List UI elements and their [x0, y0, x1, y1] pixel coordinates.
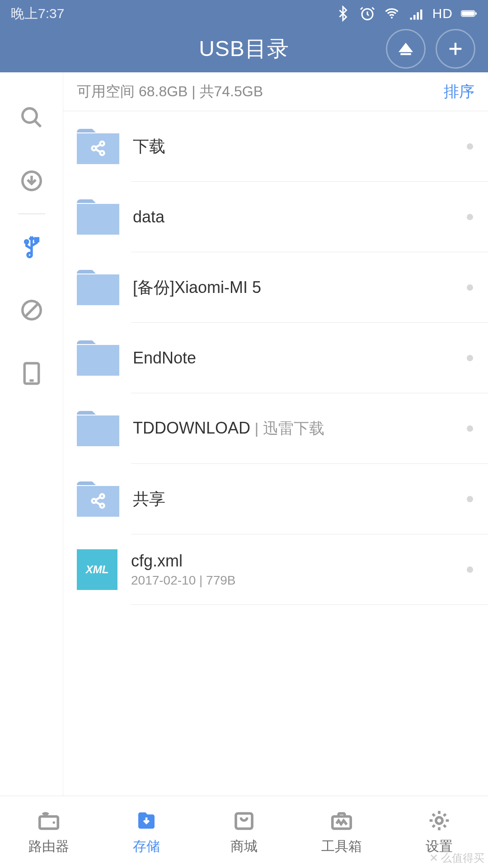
router-icon [37, 808, 61, 833]
svg-point-8 [22, 108, 37, 123]
svg-line-26 [96, 502, 100, 505]
dot-icon [467, 214, 473, 220]
storage-summary: 可用空间 68.8GB | 共74.5GB [77, 82, 263, 102]
nav-label: 路由器 [28, 837, 69, 856]
dot-icon [467, 496, 473, 502]
dot-icon [467, 566, 473, 573]
sidebar [0, 72, 63, 796]
nav-item-store[interactable]: 商城 [195, 796, 293, 868]
nav-label: 工具箱 [321, 837, 362, 856]
sidebar-item-download[interactable] [0, 149, 63, 212]
folder-icon [77, 199, 119, 235]
svg-point-31 [436, 817, 442, 824]
hd-indicator: HD [432, 6, 453, 21]
nav-label: 存储 [133, 837, 160, 856]
nav-item-toolbox[interactable]: 工具箱 [293, 796, 390, 868]
svg-point-24 [100, 504, 104, 508]
bottom-nav: 路由器 存储 商城 工具箱 设置 ✕么值得买 [0, 796, 488, 868]
wifi-icon [384, 5, 400, 22]
svg-point-19 [100, 151, 104, 155]
svg-rect-27 [40, 816, 58, 829]
alarm-icon [359, 5, 375, 22]
nav-label: 商城 [230, 837, 258, 856]
nav-item-router[interactable]: 路由器 [0, 796, 98, 868]
tablet-icon [19, 361, 44, 386]
plus-icon [446, 40, 465, 58]
sidebar-item-usb[interactable] [0, 215, 63, 278]
status-bar: 晚上7:37 HD [0, 0, 488, 27]
signal-icon [408, 5, 424, 22]
bluetooth-icon [335, 5, 351, 22]
row-more-button[interactable] [452, 566, 488, 573]
usb-icon [19, 235, 44, 259]
row-more-button[interactable] [452, 143, 488, 150]
svg-line-20 [96, 145, 100, 147]
store-icon [232, 808, 256, 833]
status-indicators: HD [335, 5, 477, 22]
search-icon [19, 105, 44, 130]
no-symbol-icon [19, 298, 44, 322]
svg-point-11 [25, 241, 28, 243]
file-name: data [133, 208, 452, 226]
file-name: [备份]Xiaomi-MI 5 [133, 277, 452, 299]
dot-icon [467, 143, 473, 150]
folder-icon [77, 411, 119, 446]
nav-item-storage[interactable]: 存储 [98, 796, 195, 868]
eject-icon [397, 40, 415, 58]
file-row-cfg-xml[interactable]: XML cfg.xml 2017-02-10 | 779B [63, 534, 488, 605]
add-button[interactable] [436, 29, 475, 69]
sidebar-item-device[interactable] [0, 342, 63, 405]
svg-point-1 [391, 17, 393, 19]
app-header: USB目录 [0, 27, 488, 72]
file-name: 下载 [133, 136, 452, 158]
svg-line-9 [34, 121, 41, 127]
folder-share-icon [77, 129, 119, 164]
row-more-button[interactable] [452, 355, 488, 361]
folder-row-shared[interactable]: 共享 [63, 464, 488, 534]
content-area: 可用空间 68.8GB | 共74.5GB 排序 下载 data [63, 72, 488, 796]
eject-button[interactable] [386, 29, 426, 69]
folder-row-downloads[interactable]: 下载 [63, 111, 488, 182]
row-more-button[interactable] [452, 284, 488, 291]
battery-icon [461, 5, 477, 22]
storage-icon [134, 808, 159, 833]
folder-row-backup[interactable]: [备份]Xiaomi-MI 5 [63, 252, 488, 323]
folder-row-data[interactable]: data [63, 182, 488, 252]
svg-point-22 [100, 494, 104, 498]
xml-file-icon: XML [77, 549, 117, 590]
folder-row-tddownload[interactable]: TDDOWNLOAD | 迅雷下载 [63, 393, 488, 464]
row-more-button[interactable] [452, 496, 488, 502]
svg-line-21 [96, 149, 100, 152]
file-name: TDDOWNLOAD | 迅雷下载 [133, 418, 452, 439]
toolbox-icon [329, 808, 354, 833]
folder-share-icon [77, 481, 119, 517]
svg-point-28 [53, 821, 55, 824]
page-title: USB目录 [199, 37, 289, 61]
folder-icon [77, 340, 119, 376]
svg-point-18 [92, 146, 96, 151]
dot-icon [467, 355, 473, 361]
svg-line-14 [25, 304, 38, 316]
nav-label: 设置 [426, 837, 453, 856]
storage-summary-row: 可用空间 68.8GB | 共74.5GB 排序 [63, 72, 488, 111]
status-time: 晚上7:37 [11, 5, 64, 23]
file-name: EndNote [133, 349, 452, 368]
svg-line-25 [96, 497, 100, 500]
gear-icon [427, 808, 451, 833]
file-name: 共享 [133, 488, 452, 510]
svg-rect-4 [475, 12, 477, 14]
sidebar-item-search[interactable] [0, 86, 63, 149]
row-more-button[interactable] [452, 425, 488, 432]
svg-rect-3 [462, 11, 474, 16]
svg-point-23 [92, 499, 96, 503]
folder-row-endnote[interactable]: EndNote [63, 323, 488, 393]
svg-point-17 [100, 142, 104, 146]
sidebar-separator [18, 213, 45, 214]
sort-button[interactable]: 排序 [444, 81, 474, 102]
row-more-button[interactable] [452, 214, 488, 220]
file-name: cfg.xml [131, 552, 452, 571]
file-list[interactable]: 下载 data [备份]Xiaomi-MI 5 [63, 111, 488, 796]
sidebar-item-disabled[interactable] [0, 278, 63, 342]
nav-item-settings[interactable]: 设置 [390, 796, 488, 868]
download-circle-icon [19, 169, 44, 193]
